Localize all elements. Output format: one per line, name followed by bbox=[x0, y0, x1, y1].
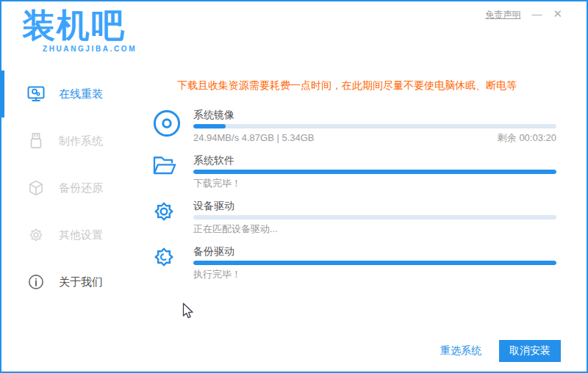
backup-restore-icon bbox=[27, 179, 45, 197]
progress-bar bbox=[193, 215, 556, 220]
progress-fill bbox=[193, 261, 556, 265]
mouse-cursor-icon bbox=[182, 303, 194, 320]
task-name: 系统软件 bbox=[193, 154, 556, 166]
task-status-left: 正在匹配设备驱动... bbox=[193, 223, 278, 234]
logo-title: 装机吧 bbox=[22, 7, 137, 44]
sidebar-item-backup-restore[interactable]: 备份还原 bbox=[1, 164, 136, 211]
sidebar: 在线重装 制作系统 备份还原 bbox=[1, 70, 136, 305]
minimize-button[interactable]: — bbox=[531, 9, 542, 19]
task-name: 设备驱动 bbox=[193, 200, 556, 211]
task-list: 系统镜像 24.94MB/s 4.87GB | 5.34GB 剩余 00:03:… bbox=[137, 109, 556, 280]
monitor-reinstall-icon bbox=[27, 85, 45, 103]
gear-icon bbox=[137, 200, 193, 234]
task-status: 下载完毕！ bbox=[193, 178, 556, 189]
progress-fill bbox=[193, 170, 556, 174]
main-panel: 下载且收集资源需要耗费一点时间，在此期间尽量不要使电脑休眠、断电等 系统镜像 bbox=[137, 68, 556, 291]
sidebar-item-label: 其他设置 bbox=[59, 228, 103, 242]
progress-fill bbox=[193, 124, 226, 128]
usb-icon bbox=[27, 132, 45, 150]
task-row-system-image: 系统镜像 24.94MB/s 4.87GB | 5.34GB 剩余 00:03:… bbox=[137, 109, 556, 143]
task-row-backup-driver: 备份驱动 执行完毕！ bbox=[137, 245, 556, 280]
task-body: 备份驱动 执行完毕！ bbox=[193, 245, 556, 280]
folder-icon bbox=[137, 154, 193, 189]
task-status-left: 24.94MB/s 4.87GB | 5.34GB bbox=[193, 132, 315, 143]
app-window: 免责声明 — ✕ 装机吧 ZHUANGJIBA.COM 在线重装 bbox=[0, 0, 588, 373]
task-row-system-software: 系统软件 下载完毕！ bbox=[137, 154, 556, 189]
task-body: 设备驱动 正在匹配设备驱动... bbox=[193, 200, 556, 234]
sidebar-item-label: 制作系统 bbox=[59, 134, 103, 148]
progress-bar bbox=[193, 124, 556, 128]
info-icon bbox=[27, 273, 45, 291]
task-body: 系统软件 下载完毕！ bbox=[193, 154, 556, 189]
task-name: 系统镜像 bbox=[193, 109, 556, 120]
settings-gear-icon bbox=[27, 226, 45, 244]
logo-subtitle: ZHUANGJIBA.COM bbox=[43, 45, 137, 53]
task-status-left: 执行完毕！ bbox=[193, 269, 241, 280]
task-row-device-driver: 设备驱动 正在匹配设备驱动... bbox=[137, 200, 556, 234]
task-status: 执行完毕！ bbox=[193, 269, 556, 280]
gear-sync-icon bbox=[137, 245, 193, 280]
task-body: 系统镜像 24.94MB/s 4.87GB | 5.34GB 剩余 00:03:… bbox=[193, 109, 556, 143]
sidebar-item-label: 备份还原 bbox=[59, 181, 103, 195]
task-status-right: 剩余 00:03:20 bbox=[498, 132, 556, 143]
task-status-left: 下载完毕！ bbox=[193, 178, 241, 189]
progress-bar bbox=[193, 261, 556, 265]
task-status: 正在匹配设备驱动... bbox=[193, 223, 556, 234]
reselect-system-link[interactable]: 重选系统 bbox=[440, 344, 481, 358]
disclaimer-link[interactable]: 免责声明 bbox=[485, 9, 520, 21]
progress-bar bbox=[193, 170, 556, 174]
disc-icon bbox=[137, 109, 193, 143]
sidebar-item-online-reinstall[interactable]: 在线重装 bbox=[1, 70, 136, 117]
sidebar-item-about-us[interactable]: 关于我们 bbox=[1, 258, 136, 305]
cancel-install-button[interactable]: 取消安装 bbox=[499, 340, 561, 362]
app-logo: 装机吧 ZHUANGJIBA.COM bbox=[22, 7, 137, 53]
task-status: 24.94MB/s 4.87GB | 5.34GB 剩余 00:03:20 bbox=[193, 132, 556, 143]
task-name: 备份驱动 bbox=[193, 245, 556, 257]
sidebar-item-make-system[interactable]: 制作系统 bbox=[1, 117, 136, 164]
sidebar-item-label: 在线重装 bbox=[59, 87, 103, 101]
sidebar-item-label: 关于我们 bbox=[59, 275, 103, 289]
download-notice: 下载且收集资源需要耗费一点时间，在此期间尽量不要使电脑休眠、断电等 bbox=[137, 79, 556, 92]
sidebar-item-other-settings[interactable]: 其他设置 bbox=[1, 211, 136, 258]
close-button[interactable]: ✕ bbox=[553, 9, 562, 19]
footer: 重选系统 取消安装 bbox=[440, 340, 561, 362]
